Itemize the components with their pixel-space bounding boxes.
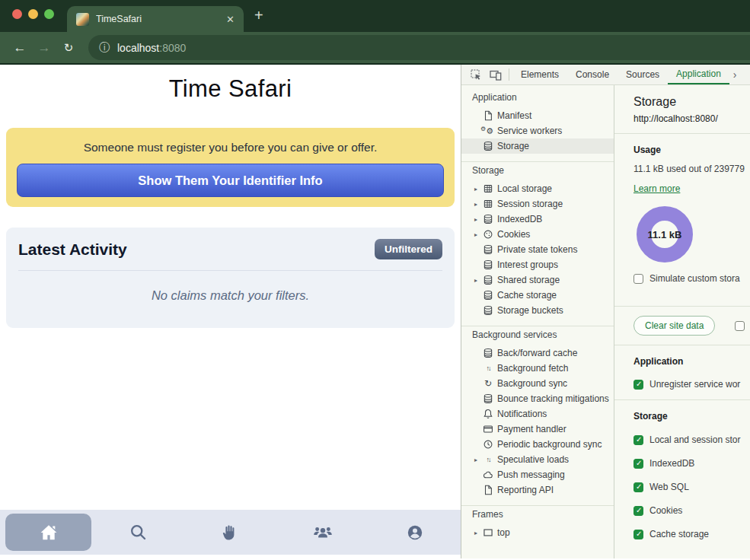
tree-item-back-forward-cache[interactable]: Back/forward cache: [461, 345, 614, 361]
local-session-storage-checkbox[interactable]: [634, 435, 643, 445]
nav-contacts[interactable]: [276, 522, 369, 543]
tab-favicon: [76, 13, 89, 26]
tab-elements[interactable]: Elements: [512, 65, 567, 84]
minimize-window-button[interactable]: [28, 9, 38, 19]
back-button[interactable]: [8, 40, 32, 56]
gears-icon: [483, 126, 493, 136]
indexeddb-label: IndexedDB: [649, 458, 694, 469]
tree-item-top-frame[interactable]: top: [461, 525, 614, 540]
url-text: localhost:8080: [117, 42, 186, 54]
device-toolbar-icon[interactable]: [486, 69, 506, 81]
inspect-element-icon[interactable]: [466, 69, 486, 80]
tree-section-storage: Storage: [461, 162, 614, 179]
database-icon: [483, 393, 493, 404]
simulate-quota-label: Simulate custom stora: [649, 273, 740, 284]
tree-item-service-workers[interactable]: Service workers: [461, 123, 614, 138]
sync-icon: [483, 378, 493, 389]
database-icon: [483, 141, 493, 151]
tree-item-periodic-background-sync[interactable]: Periodic background sync: [461, 437, 614, 452]
table-icon: [483, 199, 493, 209]
expand-caret-icon[interactable]: [474, 186, 483, 192]
devtools-tabbar: Elements Console Sources Application: [461, 65, 750, 85]
tree-item-storage[interactable]: Storage: [461, 138, 614, 154]
tree-item-cache-storage[interactable]: Cache storage: [461, 288, 614, 303]
more-tabs-icon[interactable]: [733, 68, 737, 81]
tree-item-cookies[interactable]: Cookies: [461, 227, 614, 242]
clear-site-data-button[interactable]: Clear site data: [634, 316, 715, 336]
reload-button[interactable]: [56, 41, 81, 55]
tree-item-indexeddb[interactable]: IndexedDB: [461, 212, 614, 227]
tree-item-payment-handler[interactable]: Payment handler: [461, 422, 614, 437]
tree-item-manifest[interactable]: Manifest: [461, 108, 614, 123]
storage-pane-title: Storage: [634, 95, 750, 109]
expand-caret-icon[interactable]: [474, 530, 483, 536]
learn-more-link[interactable]: Learn more: [634, 183, 680, 194]
tree-item-shared-storage[interactable]: Shared storage: [461, 272, 614, 288]
indexeddb-checkbox[interactable]: [634, 459, 643, 469]
registration-alert: Someone must register you before you can…: [6, 128, 455, 207]
page-title: Time Safari: [0, 75, 461, 103]
tree-item-push-messaging[interactable]: Push messaging: [461, 467, 614, 482]
unregister-service-workers-checkbox[interactable]: [634, 380, 643, 390]
expand-caret-icon[interactable]: [474, 277, 483, 284]
storage-pane: Storage http://localhost:8080/ Usage 11.…: [614, 85, 750, 558]
devtools-panel: Elements Console Sources Application App…: [461, 65, 750, 558]
toolbar-separator: [509, 68, 509, 81]
hand-icon: [222, 523, 240, 542]
up-down-arrows-icon: ↑↓: [483, 363, 493, 374]
simulate-quota-checkbox[interactable]: [634, 274, 643, 284]
close-window-button[interactable]: [12, 9, 22, 19]
address-bar[interactable]: localhost:8080: [88, 35, 750, 60]
forward-button[interactable]: [32, 40, 56, 56]
tree-item-storage-buckets[interactable]: Storage buckets: [461, 303, 614, 318]
nav-profile[interactable]: [369, 523, 461, 542]
web-sql-checkbox[interactable]: [634, 482, 643, 492]
show-identifier-button[interactable]: Show Them Your Identifier Info: [17, 164, 444, 197]
tree-item-background-sync[interactable]: Background sync: [461, 376, 614, 391]
application-section-heading: Application: [634, 356, 750, 367]
cloud-icon: [483, 469, 493, 480]
tree-item-reporting-api[interactable]: Reporting API: [461, 482, 614, 498]
cookies-checkbox[interactable]: [634, 506, 643, 516]
frame-icon: [483, 527, 493, 538]
tab-sources[interactable]: Sources: [618, 65, 668, 84]
tree-item-background-fetch[interactable]: ↑↓ Background fetch: [461, 361, 614, 376]
file-icon: [483, 110, 493, 121]
tree-item-bounce-tracking-mitigations[interactable]: Bounce tracking mitigations: [461, 391, 614, 406]
tree-item-session-storage[interactable]: Session storage: [461, 196, 614, 212]
expand-caret-icon[interactable]: [474, 216, 483, 223]
new-tab-button[interactable]: +: [254, 7, 263, 24]
tree-item-speculative-loads[interactable]: ↑↓ Speculative loads: [461, 452, 614, 467]
storage-section-heading: Storage: [634, 411, 750, 422]
clock-icon: [483, 439, 493, 450]
browser-tab[interactable]: TimeSafari ✕: [67, 6, 244, 32]
database-icon: [483, 244, 493, 255]
tree-item-private-state-tokens[interactable]: Private state tokens: [461, 242, 614, 257]
cache-storage-checkbox[interactable]: [634, 530, 643, 539]
expand-caret-icon[interactable]: [474, 457, 483, 463]
tab-console[interactable]: Console: [567, 65, 618, 84]
tab-close-icon[interactable]: ✕: [226, 14, 235, 24]
up-down-arrows-icon: ↑↓: [483, 454, 493, 465]
storage-origin: http://localhost:8080/: [634, 113, 750, 124]
zoom-window-button[interactable]: [44, 9, 54, 19]
nav-home-active-pill: [5, 514, 91, 551]
expand-caret-icon[interactable]: [474, 201, 483, 208]
tab-application[interactable]: Application: [668, 65, 729, 84]
nav-gifts[interactable]: [184, 523, 276, 542]
tree-item-local-storage[interactable]: Local storage: [461, 181, 614, 196]
tree-section-frames: Frames: [461, 506, 614, 523]
nav-home[interactable]: [0, 514, 92, 551]
tree-item-notifications[interactable]: Notifications: [461, 406, 614, 422]
expand-caret-icon[interactable]: [474, 231, 483, 238]
tab-title: TimeSafari: [96, 14, 226, 24]
file-icon: [483, 485, 493, 495]
application-sidebar-tree: Application Manifest Service workers: [461, 85, 614, 558]
include-cookies-checkbox[interactable]: [735, 321, 745, 331]
unfiltered-button[interactable]: Unfiltered: [375, 239, 442, 259]
site-info-icon[interactable]: [99, 40, 117, 55]
database-icon: [483, 348, 493, 358]
tree-item-interest-groups[interactable]: Interest groups: [461, 257, 614, 272]
nav-discover[interactable]: [92, 523, 184, 542]
search-icon: [129, 523, 148, 542]
